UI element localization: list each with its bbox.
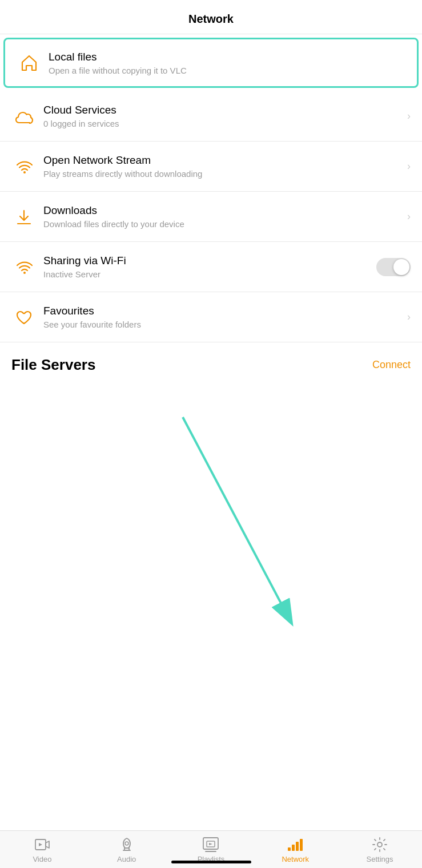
page-title: Network [9, 13, 413, 26]
chevron-icon: › [407, 211, 411, 223]
nav-label-audio: Audio [117, 855, 136, 863]
file-servers-header: File Servers Connect [0, 342, 422, 383]
chevron-icon: › [407, 311, 411, 323]
svg-line-3 [183, 417, 291, 623]
nav-label-video: Video [33, 855, 51, 863]
svg-rect-11 [300, 839, 303, 851]
nav-label-settings: Settings [367, 855, 393, 863]
cloud-services-subtitle: 0 logged in services [43, 119, 403, 128]
download-icon [11, 207, 37, 227]
settings-icon [371, 837, 388, 853]
toggle-knob [393, 259, 409, 275]
local-files-subtitle: Open a file without copying it to VLC [49, 66, 405, 75]
downloads-title: Downloads [43, 204, 403, 217]
menu-item-network-stream[interactable]: Open Network Stream Play streams directl… [0, 142, 422, 192]
svg-point-12 [377, 842, 382, 847]
network-stream-title: Open Network Stream [43, 154, 403, 167]
local-files-title: Local files [49, 51, 405, 63]
favourites-subtitle: See your favourite folders [43, 320, 403, 329]
file-servers-title: File Servers [11, 356, 95, 374]
wifi-icon [11, 157, 37, 176]
wifi-sharing-subtitle: Inactive Server [43, 269, 376, 279]
menu-item-local-files[interactable]: Local files Open a file without copying … [3, 38, 419, 88]
nav-item-network[interactable]: Network [253, 837, 337, 868]
playlists-icon [202, 837, 219, 853]
svg-rect-9 [292, 845, 295, 851]
menu-list: Local files Open a file without copying … [0, 34, 422, 342]
svg-point-1 [23, 272, 26, 274]
nav-item-audio[interactable]: Audio [85, 837, 169, 868]
arrow-annotation [0, 383, 422, 657]
cloud-icon [11, 107, 37, 126]
menu-item-downloads[interactable]: Downloads Download files directly to you… [0, 192, 422, 242]
chevron-icon: › [407, 160, 411, 172]
page-header: Network [0, 0, 422, 34]
nav-item-settings[interactable]: Settings [337, 837, 422, 868]
connect-button[interactable]: Connect [372, 359, 411, 371]
nav-item-video[interactable]: Video [0, 837, 85, 868]
svg-rect-10 [296, 842, 299, 851]
home-icon [17, 53, 42, 73]
svg-rect-8 [288, 847, 291, 851]
video-icon [34, 837, 51, 853]
heart-icon [11, 307, 37, 328]
empty-area [0, 383, 422, 657]
favourites-title: Favourites [43, 305, 403, 317]
wifi-sharing-title: Sharing via Wi-Fi [43, 255, 376, 267]
menu-item-wifi-sharing[interactable]: Sharing via Wi-Fi Inactive Server [0, 242, 422, 292]
wifi-sharing-toggle[interactable] [376, 258, 411, 276]
network-icon [287, 837, 304, 853]
menu-item-favourites[interactable]: Favourites See your favourite folders › [0, 292, 422, 342]
audio-icon [118, 837, 135, 853]
nav-label-network: Network [282, 855, 309, 863]
home-indicator [171, 861, 251, 863]
downloads-subtitle: Download files directly to your device [43, 219, 403, 229]
cloud-services-title: Cloud Services [43, 104, 403, 116]
wifi-sharing-icon [11, 257, 37, 277]
menu-item-cloud-services[interactable]: Cloud Services 0 logged in services › [0, 91, 422, 142]
svg-point-5 [125, 842, 128, 845]
svg-point-0 [23, 171, 26, 173]
network-stream-subtitle: Play streams directly without downloadin… [43, 169, 403, 179]
chevron-icon: › [407, 110, 411, 122]
